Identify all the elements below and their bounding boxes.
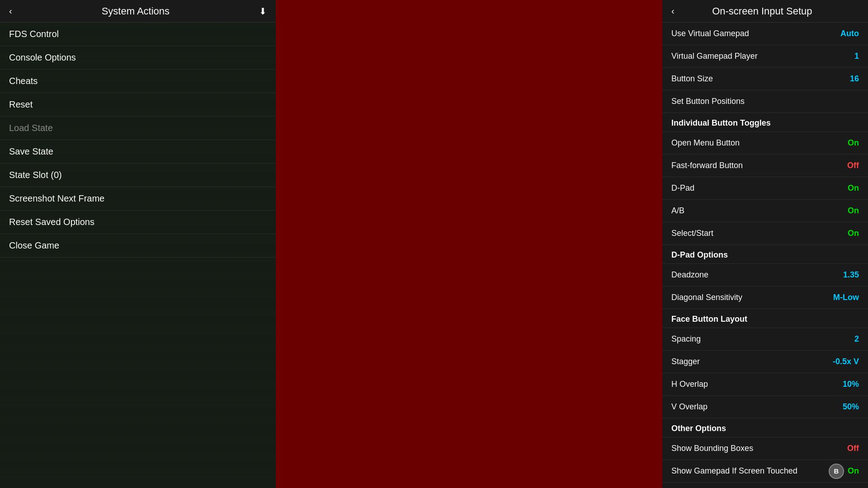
setting-fast-forward-button[interactable]: Fast-forward Button Off <box>662 155 868 177</box>
setting-blend-amount[interactable]: Blend Amount 50% <box>662 483 868 488</box>
setting-spacing[interactable]: Spacing 2 <box>662 328 868 351</box>
section-other-options: Other Options <box>662 418 868 437</box>
setting-show-bounding-boxes[interactable]: Show Bounding Boxes Off <box>662 437 868 460</box>
right-panel-title: On-screen Input Setup <box>712 5 812 17</box>
menu-item-screenshot[interactable]: Screenshot Next Frame <box>0 187 276 211</box>
left-back-button[interactable]: ‹ <box>9 6 12 16</box>
setting-open-menu-button[interactable]: Open Menu Button On <box>662 132 868 155</box>
menu-item-reset[interactable]: Reset <box>0 93 276 117</box>
menu-item-state-slot[interactable]: State Slot (0) <box>0 164 276 187</box>
menu-item-load-state[interactable]: Load State <box>0 117 276 140</box>
system-actions-menu: FDS Control Console Options Cheats Reset… <box>0 23 276 488</box>
setting-button-size[interactable]: Button Size 16 <box>662 68 868 90</box>
menu-item-console-options[interactable]: Console Options <box>0 46 276 70</box>
setting-show-gamepad-if-touched[interactable]: Show Gamepad If Screen Touched B On <box>662 460 868 483</box>
setting-select-start[interactable]: Select/Start On <box>662 222 868 245</box>
download-icon: ⬇ <box>259 6 267 17</box>
section-dpad-options: D-Pad Options <box>662 245 868 264</box>
menu-item-close-game[interactable]: Close Game <box>0 234 276 258</box>
menu-item-reset-saved[interactable]: Reset Saved Options <box>0 211 276 234</box>
setting-ab[interactable]: A/B On <box>662 200 868 222</box>
right-back-button[interactable]: ‹ <box>671 6 675 16</box>
setting-use-virtual-gamepad[interactable]: Use Virtual Gamepad Auto <box>662 23 868 45</box>
left-panel-header: ‹ System Actions ⬇ <box>0 0 276 23</box>
left-panel: ‹ System Actions ⬇ FDS Control Console O… <box>0 0 276 488</box>
setting-deadzone[interactable]: Deadzone 1.35 <box>662 264 868 286</box>
setting-diagonal-sensitivity[interactable]: Diagonal Sensitivity M-Low <box>662 286 868 309</box>
section-face-button-layout: Face Button Layout <box>662 309 868 328</box>
background-gap <box>276 0 662 488</box>
setting-virtual-gamepad-player[interactable]: Virtual Gamepad Player 1 <box>662 45 868 68</box>
menu-item-save-state[interactable]: Save State <box>0 140 276 164</box>
setting-dpad[interactable]: D-Pad On <box>662 177 868 200</box>
setting-v-overlap[interactable]: V Overlap 50% <box>662 396 868 418</box>
menu-item-cheats[interactable]: Cheats <box>0 70 276 93</box>
menu-item-fds-control[interactable]: FDS Control <box>0 23 276 46</box>
setting-h-overlap[interactable]: H Overlap 10% <box>662 373 868 396</box>
right-panel-header: ‹ On-screen Input Setup <box>662 0 868 23</box>
settings-list: Use Virtual Gamepad Auto Virtual Gamepad… <box>662 23 868 488</box>
section-individual-button-toggles: Individual Button Toggles <box>662 113 868 132</box>
b-button-icon: B <box>829 464 844 479</box>
left-panel-title: System Actions <box>102 5 170 17</box>
setting-set-button-positions[interactable]: Set Button Positions <box>662 90 868 113</box>
setting-stagger[interactable]: Stagger -0.5x V <box>662 351 868 373</box>
right-panel: ‹ On-screen Input Setup Use Virtual Game… <box>662 0 868 488</box>
